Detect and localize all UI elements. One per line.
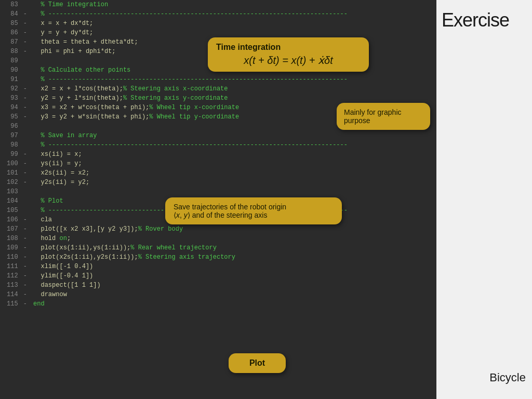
line-marker — [21, 206, 31, 215]
exercise-title: Exercise — [442, 9, 509, 31]
line-content: y = y + dy*dt; — [31, 28, 436, 37]
table-row: 103 — [0, 187, 436, 196]
line-content: drawnow — [31, 290, 436, 299]
tooltip-time-title: Time integration — [216, 43, 361, 52]
line-marker — [21, 187, 31, 196]
table-row: 99- xs(ii) = x; — [0, 150, 436, 159]
save-trajectories-tooltip: Save trajectories of the robot origin ⟨x… — [165, 197, 342, 224]
line-number: 110 — [0, 252, 21, 262]
line-marker — [21, 196, 31, 206]
table-row: 107- plot([x x2 x3],[y y2 y3]);% Rover b… — [0, 224, 436, 234]
line-marker: - — [21, 299, 31, 309]
line-marker: - — [21, 84, 31, 94]
graphic-purpose-tooltip: Mainly for graphic purpose — [337, 103, 430, 130]
line-number: 105 — [0, 206, 21, 215]
line-content: ylim([-0.4 1]) — [31, 271, 436, 281]
table-row: 85- x = x + dx*dt; — [0, 19, 436, 28]
line-number: 100 — [0, 159, 21, 168]
line-content: % --------------------------------------… — [31, 75, 436, 84]
line-content: % --------------------------------------… — [31, 9, 436, 19]
line-content: ys(ii) = y; — [31, 159, 436, 168]
line-content: % Save in array — [31, 131, 436, 140]
table-row: 83 % Time integration — [0, 0, 436, 9]
line-number: 94 — [0, 103, 21, 112]
line-number: 91 — [0, 75, 21, 84]
line-number: 98 — [0, 140, 21, 150]
line-marker: - — [21, 94, 31, 103]
line-number: 88 — [0, 47, 21, 56]
line-content: % Time integration — [31, 0, 436, 9]
line-marker: - — [21, 159, 31, 168]
line-content: daspect([1 1 1]) — [31, 281, 436, 290]
table-row: 101- x2s(ii) = x2; — [0, 168, 436, 178]
table-row: 112- ylim([-0.4 1]) — [0, 271, 436, 281]
line-marker — [21, 56, 31, 65]
line-marker: - — [21, 215, 31, 224]
line-number: 115 — [0, 299, 21, 309]
line-marker: - — [21, 243, 31, 252]
line-marker: - — [21, 224, 31, 234]
bicycle-label: Bicycle — [489, 371, 526, 384]
line-number: 83 — [0, 0, 21, 9]
line-marker: - — [21, 28, 31, 37]
line-content: x2 = x + l*cos(theta);% Steering axis x-… — [31, 84, 436, 94]
table-row: 86- y = y + dy*dt; — [0, 28, 436, 37]
line-marker — [21, 122, 31, 131]
line-marker: - — [21, 150, 31, 159]
line-content: hold on; — [31, 234, 436, 243]
table-row: 108- hold on; — [0, 234, 436, 243]
line-number: 93 — [0, 94, 21, 103]
table-row: 110- plot(x2s(1:ii),y2s(1:ii));% Steerin… — [0, 252, 436, 262]
table-row: 102- y2s(ii) = y2; — [0, 178, 436, 187]
line-number: 107 — [0, 224, 21, 234]
sidebar-panel: Exercise Bicycle — [436, 0, 532, 399]
line-number: 103 — [0, 187, 21, 196]
table-row: 91 % -----------------------------------… — [0, 75, 436, 84]
line-number: 89 — [0, 56, 21, 65]
line-content: xlim([-1 0.4]) — [31, 262, 436, 271]
line-number: 86 — [0, 28, 21, 37]
line-marker — [21, 0, 31, 9]
line-number: 85 — [0, 19, 21, 28]
line-number: 101 — [0, 168, 21, 178]
line-marker: - — [21, 234, 31, 243]
line-content: y2 = y + l*sin(theta);% Steering axis y-… — [31, 94, 436, 103]
line-marker — [21, 140, 31, 150]
line-marker — [21, 65, 31, 75]
line-number: 84 — [0, 9, 21, 19]
line-marker: - — [21, 252, 31, 262]
table-row: 93- y2 = y + l*sin(theta);% Steering axi… — [0, 94, 436, 103]
line-number: 95 — [0, 112, 21, 122]
table-row: 114- drawnow — [0, 290, 436, 299]
line-content: % --------------------------------------… — [31, 140, 436, 150]
table-row: 97 % Save in array — [0, 131, 436, 140]
table-row: 98 % -----------------------------------… — [0, 140, 436, 150]
line-content: y2s(ii) = y2; — [31, 178, 436, 187]
plot-tooltip: Plot — [229, 353, 286, 373]
tooltip-time-formula: x(t + δt) = x(t) + ẋδt — [216, 54, 361, 66]
table-row: 115-end — [0, 299, 436, 309]
line-number: 108 — [0, 234, 21, 243]
line-marker — [21, 75, 31, 84]
line-marker: - — [21, 19, 31, 28]
line-content: plot(x2s(1:ii),y2s(1:ii));% Steering axi… — [31, 252, 436, 262]
table-row: 111- xlim([-1 0.4]) — [0, 262, 436, 271]
line-marker: - — [21, 281, 31, 290]
line-content: end — [31, 299, 436, 309]
line-marker: - — [21, 262, 31, 271]
line-number: 97 — [0, 131, 21, 140]
line-marker: - — [21, 178, 31, 187]
line-content: x2s(ii) = x2; — [31, 168, 436, 178]
line-content: xs(ii) = x; — [31, 150, 436, 159]
line-number: 99 — [0, 150, 21, 159]
code-panel: 83 % Time integration84- % -------------… — [0, 0, 436, 399]
line-content — [31, 187, 436, 196]
line-marker: - — [21, 47, 31, 56]
line-number: 111 — [0, 262, 21, 271]
line-marker: - — [21, 9, 31, 19]
line-content: x = x + dx*dt; — [31, 19, 436, 28]
table-row: 109- plot(xs(1:ii),ys(1:ii));% Rear whee… — [0, 243, 436, 252]
table-row: 92- x2 = x + l*cos(theta);% Steering axi… — [0, 84, 436, 94]
line-number: 104 — [0, 196, 21, 206]
line-content: plot([x x2 x3],[y y2 y3]);% Rover body — [31, 224, 436, 234]
